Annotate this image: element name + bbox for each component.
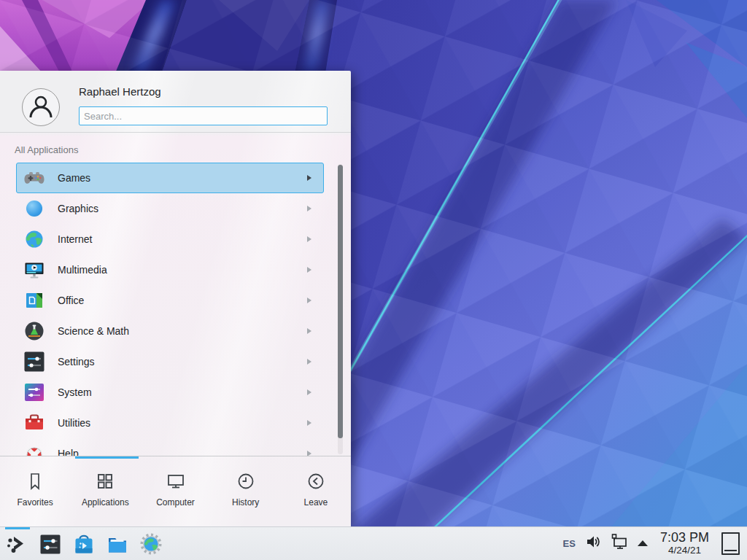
active-tab-indicator xyxy=(75,456,139,459)
menu-item-label: Internet xyxy=(58,233,92,245)
submenu-arrow-icon xyxy=(307,298,311,303)
expand-tray-icon[interactable] xyxy=(638,540,648,546)
help-icon xyxy=(23,442,46,456)
search-input[interactable] xyxy=(79,106,328,125)
tab-history[interactable]: History xyxy=(211,456,281,528)
menu-item-settings[interactable]: Settings xyxy=(16,346,324,377)
launcher-open-indicator xyxy=(5,527,30,529)
multimedia-icon xyxy=(23,258,46,281)
submenu-arrow-icon xyxy=(307,206,311,211)
menu-item-multimedia[interactable]: Multimedia xyxy=(16,254,324,285)
menu-item-internet[interactable]: Internet xyxy=(16,224,324,254)
submenu-arrow-icon xyxy=(307,451,311,456)
tab-label: History xyxy=(232,497,259,508)
launcher-header: Raphael Hertzog xyxy=(0,71,351,133)
computer-icon xyxy=(166,471,186,491)
submenu-arrow-icon xyxy=(307,175,311,181)
web-browser-button[interactable] xyxy=(139,532,163,556)
show-desktop-button[interactable] xyxy=(721,532,740,555)
menu-item-label: Multimedia xyxy=(58,264,107,276)
taskbar-launchers xyxy=(0,532,163,556)
section-label: All Applications xyxy=(0,133,351,163)
keyboard-layout-indicator[interactable]: ES xyxy=(563,538,576,549)
menu-item-label: Office xyxy=(58,295,84,306)
menu-item-label: Science & Math xyxy=(58,325,129,337)
tab-leave[interactable]: Leave xyxy=(281,456,351,528)
taskbar-panel: ES 7:03 PM 4/24/21 xyxy=(0,526,747,560)
file-manager-button[interactable] xyxy=(106,532,129,556)
user-name: Raphael Hertzog xyxy=(79,85,161,98)
science-icon xyxy=(23,319,46,343)
system-tray: ES 7:03 PM 4/24/21 xyxy=(563,531,747,556)
volume-icon[interactable] xyxy=(585,534,601,553)
scrollbar-thumb[interactable] xyxy=(338,165,343,438)
history-icon xyxy=(236,471,256,491)
settings-icon xyxy=(23,350,46,373)
user-avatar[interactable] xyxy=(22,88,60,126)
tab-applications[interactable]: Applications xyxy=(70,456,140,528)
tab-label: Computer xyxy=(156,497,195,508)
menu-item-label: Utilities xyxy=(58,417,90,429)
menu-item-label: Games xyxy=(58,172,90,184)
system-icon xyxy=(23,381,46,404)
graphics-icon xyxy=(23,197,46,220)
submenu-arrow-icon xyxy=(307,328,311,334)
digital-clock[interactable]: 7:03 PM 4/24/21 xyxy=(660,531,709,556)
submenu-arrow-icon xyxy=(307,236,311,242)
application-launcher-popup: Raphael Hertzog All Applications Games xyxy=(0,71,351,526)
tab-favorites[interactable]: Favorites xyxy=(0,456,70,528)
menu-item-office[interactable]: Office xyxy=(16,285,324,316)
clock-time: 7:03 PM xyxy=(660,531,709,545)
desktop: Raphael Hertzog All Applications Games xyxy=(0,0,747,560)
scrollbar[interactable] xyxy=(338,164,343,454)
menu-item-games[interactable]: Games xyxy=(16,163,324,193)
menu-item-graphics[interactable]: Graphics xyxy=(16,193,324,224)
submenu-arrow-icon xyxy=(307,359,311,365)
menu-item-science-math[interactable]: Science & Math xyxy=(16,316,324,346)
applications-icon xyxy=(95,471,115,491)
tab-computer[interactable]: Computer xyxy=(140,456,210,528)
tab-label: Favorites xyxy=(17,497,53,508)
network-icon[interactable] xyxy=(611,533,628,553)
system-settings-button[interactable] xyxy=(39,532,62,556)
application-launcher-button[interactable] xyxy=(5,532,28,556)
application-category-list: Games Graphics Internet xyxy=(0,163,351,456)
utilities-icon xyxy=(23,411,46,435)
menu-item-help[interactable]: Help xyxy=(16,438,324,456)
clock-date: 4/24/21 xyxy=(660,545,709,556)
launcher-tab-bar: Favorites Applications Computer xyxy=(0,456,351,528)
submenu-arrow-icon xyxy=(307,420,311,426)
menu-item-label: Graphics xyxy=(58,203,98,214)
leave-icon xyxy=(306,471,326,491)
tab-label: Leave xyxy=(304,497,328,508)
office-icon xyxy=(23,289,46,312)
discover-button[interactable] xyxy=(72,532,96,556)
menu-item-label: Help xyxy=(58,448,79,456)
favorites-icon xyxy=(25,471,45,491)
menu-item-label: Settings xyxy=(58,356,95,368)
games-icon xyxy=(23,166,46,190)
menu-item-label: System xyxy=(58,386,92,398)
submenu-arrow-icon xyxy=(307,389,311,395)
menu-item-utilities[interactable]: Utilities xyxy=(16,408,324,438)
submenu-arrow-icon xyxy=(307,267,311,273)
tab-label: Applications xyxy=(82,497,129,508)
internet-icon xyxy=(23,228,46,251)
menu-item-system[interactable]: System xyxy=(16,377,324,408)
